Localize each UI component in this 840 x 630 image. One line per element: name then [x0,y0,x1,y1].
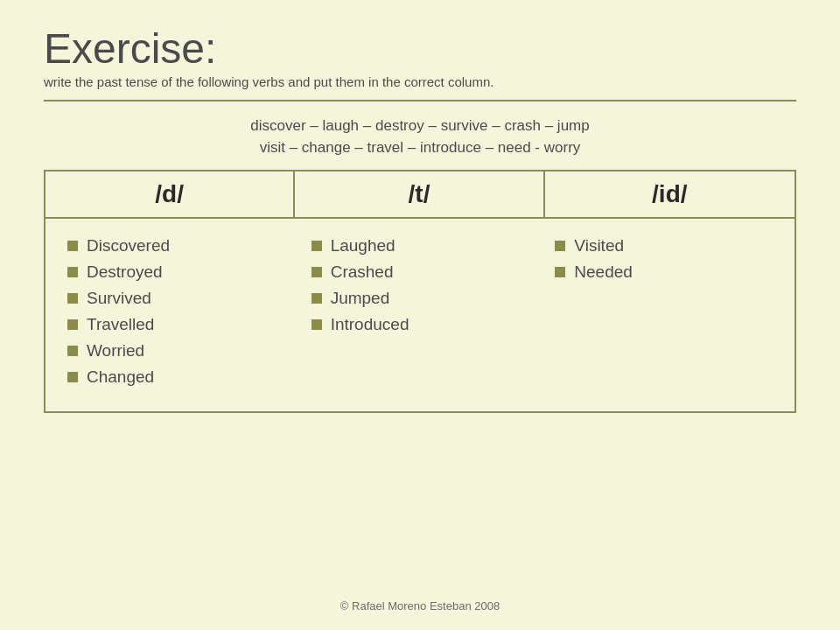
list-item: Destroyed [67,262,285,282]
header-t: /t/ [295,172,544,217]
bullet-icon [312,241,322,251]
bullet-icon [67,241,78,251]
item-travelled: Travelled [87,315,154,334]
list-item: Laughed [312,236,529,256]
footer: © Rafael Moreno Esteban 2008 [0,599,840,612]
table-header: /d/ /t/ /id/ [46,172,794,219]
bullet-icon [67,293,78,304]
bullet-icon [67,319,78,330]
list-item: Needed [555,262,773,282]
bullet-icon [312,293,322,304]
bullet-icon [555,267,565,277]
list-item: Visited [555,236,773,256]
verb-list-line2: visit – change – travel – introduce – ne… [44,139,796,157]
item-laughed: Laughed [331,236,396,256]
list-item: Introduced [312,315,529,334]
item-destroyed: Destroyed [87,262,163,282]
item-visited: Visited [574,236,624,256]
list-item: Jumped [312,289,529,308]
table-content: Discovered Destroyed Survived Travelled … [46,219,794,411]
item-worried: Worried [87,341,144,360]
bullet-icon [312,267,322,277]
list-item: Crashed [312,262,529,282]
item-changed: Changed [87,368,154,387]
answer-table: /d/ /t/ /id/ Discovered Destroyed Surviv… [44,170,796,413]
item-jumped: Jumped [331,289,390,308]
column-id: Visited Needed [542,236,786,394]
subtitle: write the past tense of the following ve… [44,74,796,89]
item-needed: Needed [574,262,633,282]
bullet-icon [67,346,78,356]
title-section: Exercise: write the past tense of the fo… [44,26,796,89]
item-introduced: Introduced [331,315,410,334]
list-item: Worried [67,341,285,360]
item-survived: Survived [87,289,151,308]
item-discovered: Discovered [87,236,170,256]
divider [44,100,796,102]
header-id: /id/ [545,172,794,217]
column-t: Laughed Crashed Jumped Introduced [298,236,542,394]
main-title: Exercise: [44,26,796,73]
item-crashed: Crashed [331,262,394,282]
bullet-icon [67,372,78,382]
bullet-icon [555,241,565,251]
list-item: Changed [67,368,285,387]
bullet-icon [67,267,78,277]
list-item: Travelled [67,315,285,334]
page-container: Exercise: write the past tense of the fo… [26,0,814,430]
header-d: /d/ [46,172,295,217]
bullet-icon [312,319,322,330]
verb-list-line1: discover – laugh – destroy – survive – c… [44,117,796,135]
list-item: Discovered [67,236,285,256]
list-item: Survived [67,289,285,308]
column-d: Discovered Destroyed Survived Travelled … [54,236,298,394]
